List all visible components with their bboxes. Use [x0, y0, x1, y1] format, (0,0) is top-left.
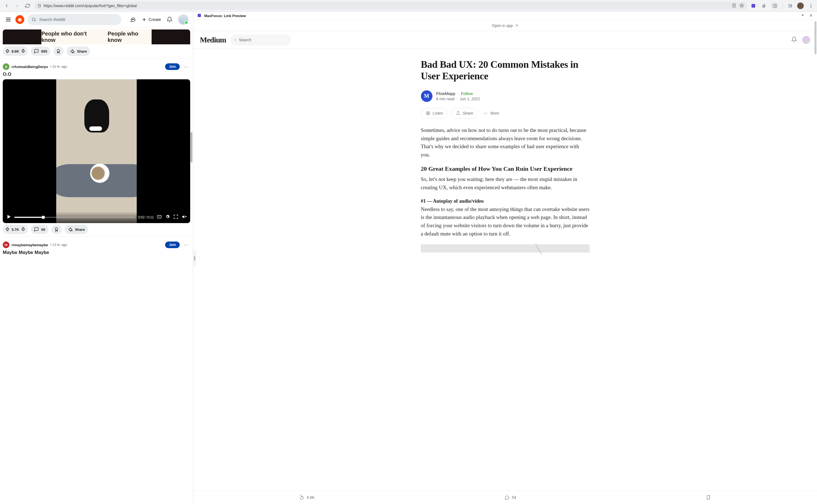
address-bar[interactable]: https://www.reddit.com/r/popular/hot/?ge… [34, 2, 747, 10]
svg-point-6 [811, 6, 811, 6]
post-title[interactable]: O.O [3, 72, 190, 77]
follow-link[interactable]: Follow [461, 91, 473, 96]
article-paragraph: So, let's not keep you waiting: here the… [421, 175, 589, 191]
user-avatar[interactable] [178, 14, 188, 25]
more-button[interactable]: More [481, 108, 501, 118]
subreddit-avatar[interactable]: m [3, 242, 9, 248]
bookmark-star-icon[interactable] [740, 3, 744, 9]
video-time: 0:02 / 0:11 [138, 215, 154, 219]
vote-pill: 5.7K [3, 225, 28, 234]
reddit-feed[interactable]: People who don't knowPeople who know 8.6… [0, 27, 193, 504]
upvote-icon[interactable] [5, 48, 10, 54]
comments-button[interactable]: 60 [31, 225, 48, 234]
scrollbar[interactable] [190, 27, 193, 504]
svg-point-22 [485, 113, 486, 113]
video-seek-bar[interactable] [14, 217, 135, 218]
vote-score: 8.6K [12, 49, 19, 53]
media-control-icon[interactable] [787, 2, 793, 9]
svg-rect-2 [751, 4, 755, 8]
post-title[interactable]: Maybe Maybe Maybe [3, 250, 190, 255]
join-button[interactable]: Join [165, 63, 180, 70]
settings-gear-icon[interactable] [165, 214, 170, 221]
award-button[interactable] [53, 47, 64, 56]
search-icon [234, 37, 236, 43]
medium-logo[interactable]: Medium [200, 36, 226, 44]
reddit-header: Create [0, 12, 193, 27]
article-image-placeholder [421, 244, 589, 253]
profile-avatar[interactable] [797, 2, 804, 9]
upvote-icon[interactable] [5, 227, 10, 232]
hamburger-menu-icon[interactable] [4, 16, 12, 23]
join-button[interactable]: Join [165, 242, 180, 248]
preview-pane: MaxFocus: Link Preview Open in app Mediu… [193, 12, 817, 504]
author-avatar[interactable]: M [421, 90, 432, 102]
pane-splitter-icon[interactable]: ‖ [193, 250, 196, 266]
extension-maxfocus-icon[interactable] [750, 2, 757, 9]
svg-point-9 [19, 19, 19, 20]
reddit-search-input[interactable] [39, 17, 117, 22]
close-icon[interactable] [809, 13, 813, 18]
subreddit-link[interactable]: r/AnimalsBeingDerps [12, 65, 48, 69]
forward-button[interactable] [13, 2, 21, 10]
responses-button[interactable]: 54 [504, 495, 516, 500]
pin-icon[interactable] [800, 13, 805, 18]
captions-icon[interactable] [156, 214, 162, 221]
article: Bad Bad UX: 20 Common Mistakes in User E… [414, 49, 596, 253]
share-button[interactable]: Share [66, 47, 90, 56]
article-title: Bad Bad UX: 20 Common Mistakes in User E… [421, 59, 589, 82]
downvote-icon[interactable] [21, 227, 26, 232]
author-byline: M FlowMapp · Follow 6 min read · Jun 1, … [421, 90, 589, 102]
svg-point-7 [811, 7, 811, 8]
chat-icon[interactable] [129, 16, 136, 23]
post-more-icon[interactable]: ⋯ [182, 242, 190, 248]
reddit-logo-icon[interactable] [15, 15, 24, 24]
listen-button[interactable]: Listen [421, 108, 448, 118]
share-button[interactable]: Share [64, 225, 88, 234]
subreddit-avatar[interactable]: a [3, 63, 9, 70]
reddit-search[interactable] [28, 14, 121, 25]
article-paragraph: Sometimes, advice on how not to do turns… [421, 126, 589, 159]
comments-button[interactable]: 655 [31, 47, 50, 56]
publish-date: Jun 1, 2022 [460, 97, 480, 101]
video-controls: 0:02 / 0:11 [3, 212, 190, 223]
post-video[interactable]: 0:02 / 0:11 [3, 79, 190, 223]
reload-button[interactable] [24, 2, 31, 10]
create-post-button[interactable]: Create [141, 17, 161, 22]
extensions-icon[interactable] [761, 2, 767, 9]
play-icon[interactable] [6, 214, 12, 221]
browser-toolbar: https://www.reddit.com/r/popular/hot/?ge… [0, 0, 817, 12]
scrollbar[interactable] [814, 20, 817, 490]
author-name[interactable]: FlowMapp [436, 91, 455, 96]
svg-point-14 [133, 19, 134, 20]
side-panel-toggle-icon[interactable] [771, 2, 779, 10]
share-button[interactable]: Share [451, 108, 478, 118]
extension-name: MaxFocus: Link Preview [204, 14, 246, 18]
medium-search-input[interactable] [239, 38, 287, 42]
award-button[interactable] [51, 225, 62, 234]
clap-button[interactable]: 4.6K [299, 495, 315, 500]
extension-badge-icon [197, 13, 201, 18]
preview-scroll[interactable]: Open in app Medium Bad Bad UX: 20 Common… [193, 20, 817, 490]
notifications-icon[interactable] [166, 16, 173, 23]
open-in-app-link[interactable]: Open in app [193, 20, 817, 31]
install-app-icon[interactable] [732, 3, 736, 9]
subreddit-link[interactable]: r/maybemaybemaybe [12, 243, 48, 247]
chrome-menu-icon[interactable] [808, 2, 814, 9]
svg-point-11 [32, 18, 35, 21]
post-time: • 10 hr. ago [50, 65, 67, 69]
downvote-icon[interactable] [21, 48, 26, 54]
bookmark-button[interactable] [706, 495, 711, 500]
vote-score: 5.7K [12, 227, 19, 232]
medium-search[interactable] [231, 34, 291, 45]
medium-header: Medium [193, 31, 817, 49]
notifications-icon[interactable] [791, 36, 797, 44]
post-card: m r/maybemaybemaybe • 13 hr. ago Join ⋯ … [3, 237, 190, 258]
fullscreen-icon[interactable] [173, 214, 178, 221]
svg-point-4 [791, 6, 792, 6]
post-media-banner[interactable]: People who don't knowPeople who know [3, 29, 190, 44]
volume-muted-icon[interactable] [181, 214, 187, 221]
post-more-icon[interactable]: ⋯ [182, 64, 190, 70]
medium-avatar[interactable] [802, 36, 810, 44]
back-button[interactable] [3, 2, 10, 10]
svg-marker-1 [740, 4, 743, 7]
